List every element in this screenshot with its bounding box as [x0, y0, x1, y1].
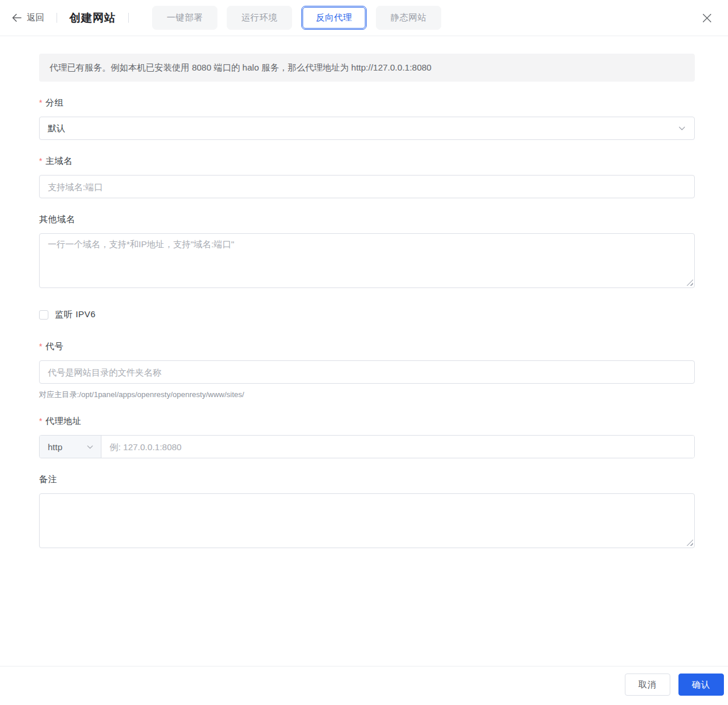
chevron-down-icon [86, 443, 94, 451]
close-icon[interactable] [699, 10, 715, 26]
group-label: * 分组 [39, 97, 695, 108]
alias-help-text: 对应主目录:/opt/1panel/apps/openresty/openres… [39, 390, 695, 400]
field-group: * 分组 默认 [39, 97, 695, 140]
page-title: 创建网站 [69, 10, 116, 26]
primary-domain-control [39, 175, 695, 198]
remark-textarea[interactable] [39, 493, 695, 548]
other-domains-label: 其他域名 [39, 214, 695, 225]
proxy-address-input[interactable] [101, 436, 694, 458]
primary-domain-input[interactable] [48, 176, 686, 198]
field-remark: 备注 [39, 474, 695, 548]
tab-static-website[interactable]: 静态网站 [376, 6, 441, 30]
group-select-value: 默认 [48, 123, 678, 134]
header-divider [57, 13, 57, 23]
tab-runtime-environment[interactable]: 运行环境 [227, 6, 292, 30]
tab-one-click-deploy[interactable]: 一键部署 [152, 6, 217, 30]
field-alias: * 代号 对应主目录:/opt/1panel/apps/openresty/op… [39, 341, 695, 400]
ipv6-checkbox-row[interactable]: 监听 IPV6 [39, 309, 96, 320]
protocol-select-value: http [48, 442, 62, 452]
primary-domain-label: * 主域名 [39, 156, 695, 167]
ipv6-checkbox-label: 监听 IPV6 [55, 309, 96, 320]
alias-input[interactable] [48, 361, 686, 383]
info-banner: 代理已有服务。例如本机已安装使用 8080 端口的 halo 服务，那么代理地址… [39, 54, 695, 82]
info-banner-text: 代理已有服务。例如本机已安装使用 8080 端口的 halo 服务，那么代理地址… [50, 62, 431, 73]
group-select[interactable]: 默认 [39, 117, 695, 140]
proxy-address-control: http [39, 435, 695, 458]
chevron-down-icon [678, 124, 686, 132]
cancel-button[interactable]: 取消 [625, 674, 670, 696]
proxy-address-label: * 代理地址 [39, 416, 695, 427]
arrow-left-icon [12, 13, 22, 22]
ipv6-checkbox[interactable] [39, 310, 48, 320]
back-label: 返回 [27, 12, 44, 23]
create-website-form: 代理已有服务。例如本机已安装使用 8080 端口的 halo 服务，那么代理地址… [0, 36, 728, 666]
remark-label: 备注 [39, 474, 695, 485]
alias-control [39, 360, 695, 384]
field-other-domains: 其他域名 [39, 214, 695, 288]
required-asterisk: * [39, 342, 43, 350]
header: 返回 创建网站 一键部署 运行环境 反向代理 静态网站 [0, 0, 728, 36]
back-button[interactable]: 返回 [12, 12, 44, 23]
required-asterisk: * [39, 157, 43, 165]
remark-control [39, 493, 695, 548]
protocol-select[interactable]: http [40, 436, 101, 458]
create-mode-tabs: 一键部署 运行环境 反向代理 静态网站 [152, 6, 441, 30]
header-divider [128, 13, 129, 23]
tab-reverse-proxy[interactable]: 反向代理 [301, 6, 367, 30]
confirm-button[interactable]: 确认 [678, 674, 724, 696]
field-proxy-address: * 代理地址 http [39, 416, 695, 458]
footer: 取消 确认 [0, 666, 728, 705]
other-domains-textarea[interactable] [39, 233, 695, 288]
other-domains-control [39, 233, 695, 288]
alias-label: * 代号 [39, 341, 695, 352]
required-asterisk: * [39, 99, 43, 107]
required-asterisk: * [39, 417, 43, 425]
field-primary-domain: * 主域名 [39, 156, 695, 198]
